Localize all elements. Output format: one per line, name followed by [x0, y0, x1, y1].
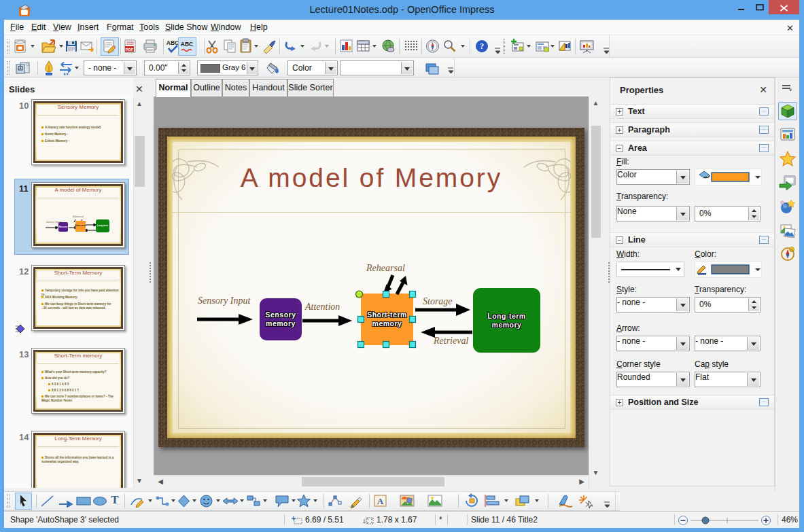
svg-text:Long-term: Long-term	[97, 224, 108, 227]
svg-text:A: A	[377, 496, 384, 506]
svg-text:Short-term: Short-term	[75, 224, 86, 227]
svg-text:N: N	[790, 247, 793, 251]
svg-text:PDF: PDF	[126, 48, 134, 52]
svg-text:?: ?	[480, 41, 484, 51]
svg-text:Rehearsal: Rehearsal	[72, 215, 84, 218]
svg-text:Sensory: Sensory	[59, 226, 68, 228]
svg-text:ABC: ABC	[181, 41, 193, 48]
